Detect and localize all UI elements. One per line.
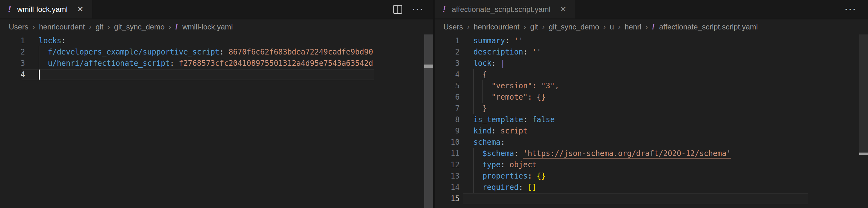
line-number[interactable]: 2 xyxy=(0,46,25,58)
line-content: is_template: false xyxy=(473,114,555,125)
line-content: locks: xyxy=(39,35,66,46)
yaml-file-icon: ! xyxy=(652,23,654,31)
yaml-file-icon: ! xyxy=(443,4,445,14)
breadcrumb-item[interactable]: henricourdent xyxy=(474,23,520,31)
code-line[interactable]: 1locks: xyxy=(0,35,374,46)
close-tab-icon[interactable]: ✕ xyxy=(560,5,566,13)
code-line[interactable]: 4 xyxy=(0,69,374,80)
line-content: required: [] xyxy=(473,182,536,193)
line-number[interactable]: 10 xyxy=(435,136,460,148)
line-number[interactable]: 6 xyxy=(435,92,460,103)
scrollbar-slider[interactable] xyxy=(859,34,868,153)
close-tab-icon[interactable]: ✕ xyxy=(77,5,84,13)
tab-bar-actions: ⋯ xyxy=(393,0,424,19)
breadcrumb-file[interactable]: !wmill-lock.yaml xyxy=(175,23,232,31)
editor-group-left: ! wmill-lock.yaml ✕ ⋯ Users›henricourden… xyxy=(0,0,433,208)
line-content: f/developers_example/supportive_script: … xyxy=(39,46,373,58)
breadcrumb-item[interactable]: git xyxy=(95,23,103,31)
editor-group-right: ! affectionate_script.script.yaml ✕ ⋯ Us… xyxy=(435,0,868,208)
line-number[interactable]: 7 xyxy=(435,103,460,114)
line-number[interactable]: 3 xyxy=(435,58,460,69)
breadcrumb-item[interactable]: git_sync_demo xyxy=(549,23,599,31)
more-actions-icon[interactable]: ⋯ xyxy=(844,6,857,12)
line-content: "remote": {} xyxy=(473,92,546,103)
line-number[interactable]: 9 xyxy=(435,125,460,136)
code-line[interactable]: 4 { xyxy=(435,69,808,80)
breadcrumb-separator: › xyxy=(85,23,95,31)
line-number[interactable]: 5 xyxy=(435,80,460,92)
code-line[interactable]: 5 "version": "3", xyxy=(435,80,808,92)
tab-wmill-lock-yaml[interactable]: ! wmill-lock.yaml ✕ xyxy=(0,0,92,19)
code-line[interactable]: 9kind: script xyxy=(435,125,808,136)
yaml-file-icon: ! xyxy=(175,23,178,31)
breadcrumb-separator: › xyxy=(164,23,175,31)
breadcrumb-separator: › xyxy=(599,23,610,31)
breadcrumb-item[interactable]: henricourdent xyxy=(39,23,85,31)
breadcrumb-separator: › xyxy=(28,23,39,31)
line-number[interactable]: 15 xyxy=(435,193,460,204)
breadcrumb-separator: › xyxy=(519,23,530,31)
line-content: "version": "3", xyxy=(473,80,559,92)
code-line[interactable]: 13 properties: {} xyxy=(435,171,808,182)
code-editor[interactable]: 1locks:2 f/developers_example/supportive… xyxy=(0,34,374,208)
line-number[interactable]: 14 xyxy=(435,182,460,193)
tab-bar-right: ! affectionate_script.script.yaml ✕ ⋯ xyxy=(435,0,868,20)
breadcrumb: Users›henricourdent›git›git_sync_demo›!w… xyxy=(0,20,233,34)
scrollbar[interactable] xyxy=(859,34,868,208)
overview-ruler-cursor-marker xyxy=(859,153,868,155)
line-content: properties: {} xyxy=(473,171,546,182)
line-number[interactable]: 12 xyxy=(435,159,460,171)
line-number[interactable]: 1 xyxy=(435,35,460,46)
line-number[interactable]: 1 xyxy=(0,35,25,46)
line-number[interactable]: 13 xyxy=(435,171,460,182)
line-number[interactable]: 8 xyxy=(435,114,460,125)
tab-affectionate-script-yaml[interactable]: ! affectionate_script.script.yaml ✕ xyxy=(435,0,575,19)
code-line[interactable]: 3 u/henri/affectionate_script: f2768573c… xyxy=(0,58,374,69)
editor-group-divider[interactable] xyxy=(433,0,435,208)
overview-ruler-cursor-marker xyxy=(424,64,433,68)
breadcrumb-separator: › xyxy=(641,23,652,31)
code-line[interactable]: 14 required: [] xyxy=(435,182,808,193)
breadcrumb-item[interactable]: henri xyxy=(625,23,641,31)
split-editor-icon[interactable] xyxy=(393,5,402,14)
code-line[interactable]: 12 type: object xyxy=(435,159,808,171)
breadcrumb-separator: › xyxy=(614,23,625,31)
line-content: type: object xyxy=(473,159,536,171)
text-cursor xyxy=(39,70,40,80)
breadcrumb-item[interactable]: git_sync_demo xyxy=(114,23,164,31)
line-number[interactable]: 4 xyxy=(435,69,460,80)
line-content: } xyxy=(473,103,487,114)
code-line[interactable]: 6 "remote": {} xyxy=(435,92,808,103)
scrollbar[interactable] xyxy=(424,34,433,208)
line-number[interactable]: 3 xyxy=(0,58,25,69)
breadcrumb-separator: › xyxy=(463,23,474,31)
breadcrumb: Users›henricourdent›git›git_sync_demo›u›… xyxy=(435,20,758,34)
code-editor[interactable]: 1summary: ''2description: ''3lock: |4 {5… xyxy=(435,34,808,208)
tab-label: affectionate_script.script.yaml xyxy=(452,5,551,14)
line-content: u/henri/affectionate_script: f2768573cfc… xyxy=(39,58,373,69)
line-number[interactable]: 2 xyxy=(435,46,460,58)
line-number[interactable]: 4 xyxy=(0,69,25,80)
line-content: { xyxy=(473,69,487,80)
code-line[interactable]: 2 f/developers_example/supportive_script… xyxy=(0,46,374,58)
code-line[interactable]: 15 xyxy=(435,193,808,204)
breadcrumb-file[interactable]: !affectionate_script.script.yaml xyxy=(652,23,758,31)
line-content: $schema: 'https://json-schema.org/draft/… xyxy=(473,148,731,159)
line-content: schema: xyxy=(473,136,505,148)
line-content: kind: script xyxy=(473,125,527,136)
breadcrumb-separator: › xyxy=(538,23,549,31)
code-line[interactable]: 1summary: '' xyxy=(435,35,808,46)
line-content: description: '' xyxy=(473,46,541,58)
code-line[interactable]: 7 } xyxy=(435,103,808,114)
code-line[interactable]: 8is_template: false xyxy=(435,114,808,125)
code-line[interactable]: 2description: '' xyxy=(435,46,808,58)
more-actions-icon[interactable]: ⋯ xyxy=(411,6,424,12)
code-line[interactable]: 3lock: | xyxy=(435,58,808,69)
breadcrumb-item[interactable]: u xyxy=(610,23,614,31)
line-number[interactable]: 11 xyxy=(435,148,460,159)
breadcrumb-item[interactable]: Users xyxy=(443,23,463,31)
code-line[interactable]: 11 $schema: 'https://json-schema.org/dra… xyxy=(435,148,808,159)
breadcrumb-item[interactable]: Users xyxy=(9,23,28,31)
code-line[interactable]: 10schema: xyxy=(435,136,808,148)
breadcrumb-item[interactable]: git xyxy=(530,23,538,31)
